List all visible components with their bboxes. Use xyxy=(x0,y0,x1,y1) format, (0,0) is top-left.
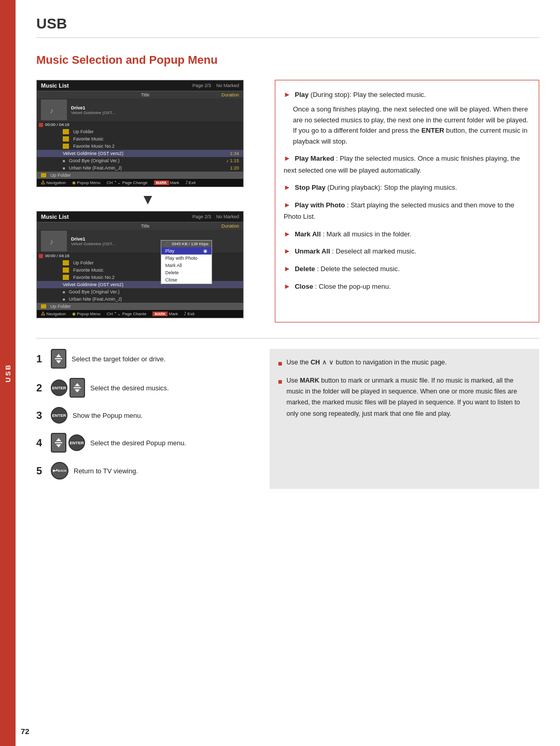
ml-item-2-6: ■ Urban Nite (Feat.Amin_J) xyxy=(37,295,243,303)
enter-button-2: ENTER xyxy=(51,379,67,396)
drive-info-1: Drive1 Velvet Goldmine (OST... xyxy=(71,105,115,115)
ml-item-1-4-highlighted: Velvet Goldmine (OST vers2) 1:34 xyxy=(37,150,243,157)
ml-up-folder-2: Up Folder xyxy=(37,303,243,310)
step-5: 5 ↩ BACK Return to TV viewing. xyxy=(36,462,254,480)
ml-item-1-5: ■ Good Bye (Original Ver.) ♪ 1:15 xyxy=(37,157,243,164)
desc-play-with-photo: ► Play with Photo : Start playing the se… xyxy=(284,199,530,223)
ml-item-1-1: Up Folder xyxy=(37,128,243,135)
enter-button-3: ENTER xyxy=(51,407,67,424)
ml-item-1-2: Favorite Music xyxy=(37,135,243,143)
step-5-button: ↩ BACK xyxy=(51,462,68,480)
drive-thumbnail-2: ♪ xyxy=(41,231,67,251)
svg-text:♪: ♪ xyxy=(50,237,53,246)
ml-item-2-1: Up Folder xyxy=(37,259,243,266)
progress-bar-1: 00:00 / 04:16 xyxy=(37,121,243,128)
back-button: ↩ BACK xyxy=(51,462,68,480)
step-4-text: Select the desired Popup menu. xyxy=(90,439,186,447)
ml-columns-1: Title Duration xyxy=(37,91,243,98)
ml-nav-bar-1: ⁂ Navigation ◉ Popup Menu CH ⌃⌄ Page Cha… xyxy=(37,179,243,187)
ml-up-folder-1: Up Folder xyxy=(37,172,243,179)
page-number: 72 xyxy=(21,727,30,736)
page-title: USB xyxy=(36,16,539,38)
ml-item-2-4-highlighted: Velvet Goldmine (OST vers2) xyxy=(37,281,243,288)
ml-columns-2: Title Duration xyxy=(37,222,243,230)
ml-info-1: Page 2/3 No Marked xyxy=(192,83,239,88)
ml-header-2: Music List Page 2/3 No Marked xyxy=(37,212,243,222)
ml-item-1-6: ■ Urban Nite (Feat.Amin_J) 1:20 xyxy=(37,164,243,172)
ml-title-2: Music List xyxy=(41,214,69,220)
popup-menu-item-close[interactable]: Close xyxy=(161,276,212,284)
step-4: 4 ENTER Select the desired Popup menu. xyxy=(36,433,254,453)
step-3-button: ENTER xyxy=(51,407,67,424)
sidebar-usb-label: USB xyxy=(4,363,12,382)
steps-panel: 1 Select the target folder or drive. 2 E… xyxy=(36,349,254,489)
desc-stop-play: ► Stop Play (During playback): Stop the … xyxy=(284,181,530,194)
arrow-down: ▼ xyxy=(36,191,259,208)
left-sidebar: USB xyxy=(0,0,16,746)
note-2: ■ Use MARK button to mark or unmark a mu… xyxy=(278,375,531,419)
top-content-area: Music List Page 2/3 No Marked Title Dura… xyxy=(36,80,539,322)
popup-menu-header: 🎵 3945 KB / 128 Kbps xyxy=(161,241,212,247)
step-1-text: Select the target folder or drive. xyxy=(72,355,165,363)
ml-info-2: Page 2/3 No Marked xyxy=(192,214,239,219)
nav-button-4 xyxy=(51,433,66,453)
page-change-label: Page Change xyxy=(122,180,148,185)
drive-thumbnail-1: ♪ xyxy=(41,100,67,120)
desc-mark-all: ► Mark All : Mark all musics in the fold… xyxy=(284,228,530,241)
popup-menu-item-delete[interactable]: Delete xyxy=(161,269,212,276)
ml-item-2-2: Favorite Music xyxy=(37,266,243,274)
enter-button-4: ENTER xyxy=(68,434,85,451)
desc-play: ► Play (During stop): Play the selected … xyxy=(284,89,530,147)
bottom-content: 1 Select the target folder or drive. 2 E… xyxy=(36,349,539,489)
step-4-button: ENTER xyxy=(51,433,85,453)
ml-nav-bar-2: ⁂ Navigation ◉ Popup Menu CH ⌃⌄ Page Cha… xyxy=(37,310,243,318)
popup-menu: 🎵 3945 KB / 128 Kbps Play ◉ Play with Ph… xyxy=(161,240,212,284)
nav-button-2 xyxy=(69,378,85,398)
notes-panel: ■ Use the CH ∧ ∨ button to navigation in… xyxy=(270,349,539,489)
drive-row-1: ♪ Drive1 Velvet Goldmine (OST... xyxy=(37,98,243,121)
drive-row-2: ♪ Drive1 Velvet Goldmine (OST... xyxy=(37,230,243,252)
desc-close: ► Close : Close the pop-up menu. xyxy=(284,280,530,293)
step-2-text: Select the desired musics. xyxy=(90,384,169,392)
description-panel: ► Play (During stop): Play the selected … xyxy=(275,80,539,322)
ml-item-1-3: Favorite Music No.2 xyxy=(37,143,243,150)
music-list-screen-1: Music List Page 2/3 No Marked Title Dura… xyxy=(36,80,244,187)
ml-title-1: Music List xyxy=(41,82,69,89)
step-3: 3 ENTER Show the Popup menu. xyxy=(36,407,254,424)
popup-menu-item-play[interactable]: Play ◉ xyxy=(161,247,212,255)
note-1: ■ Use the CH ∧ ∨ button to navigation in… xyxy=(278,357,531,370)
step-5-text: Return to TV viewing. xyxy=(74,467,138,475)
nav-button-1 xyxy=(51,349,66,369)
step-3-text: Show the Popup menu. xyxy=(73,412,143,419)
ml-header-1: Music List Page 2/3 No Marked xyxy=(37,80,243,91)
desc-unmark-all: ► Unmark All : Deselect all marked music… xyxy=(284,245,530,258)
section-divider xyxy=(36,338,539,339)
step-2: 2 ENTER Select the desired musics. xyxy=(36,378,254,398)
svg-text:♪: ♪ xyxy=(50,106,53,115)
desc-play-marked: ► Play Marked : Play the selected musics… xyxy=(284,152,530,176)
popup-menu-item-markall[interactable]: Mark All xyxy=(161,262,212,269)
ml-item-2-5: ■ Good Bye (Original Ver.) xyxy=(37,288,243,295)
screenshots-panel: Music List Page 2/3 No Marked Title Dura… xyxy=(36,80,259,322)
ml-item-2-3: Favorite Music No.2 xyxy=(37,274,243,281)
drive-info-2: Drive1 Velvet Goldmine (OST... xyxy=(71,236,115,246)
desc-delete: ► Delete : Delete the selected music. xyxy=(284,263,530,275)
step-2-button: ENTER xyxy=(51,378,85,398)
step-1: 1 Select the target folder or drive. xyxy=(36,349,254,369)
music-list-screen-2: Music List Page 2/3 No Marked Title Dura… xyxy=(36,211,244,318)
popup-menu-item-playwithphoto[interactable]: Play with Photo xyxy=(161,255,212,262)
section-title: Music Selection and Popup Menu xyxy=(36,53,539,67)
progress-bar-2: 00:00 / 04:16 xyxy=(37,252,243,259)
step-1-button xyxy=(51,349,66,369)
